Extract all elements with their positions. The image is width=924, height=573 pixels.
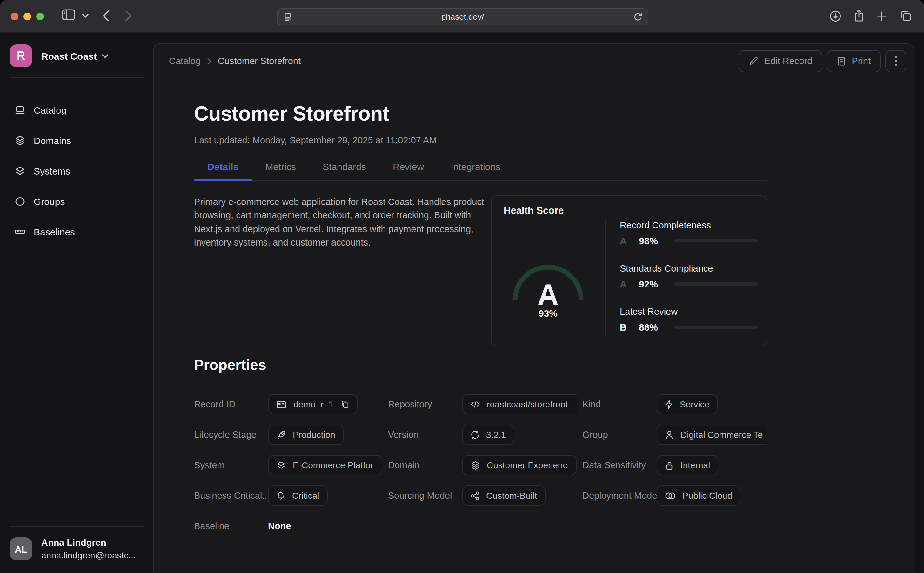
property-repository: Repository roastcoast/storefront-we [388,389,582,420]
repository-chip[interactable]: roastcoast/storefront-we [462,394,576,414]
sidebar-divider [9,77,144,78]
ruler-icon [15,227,25,237]
last-updated: Last updated: Monday, September 29, 2025… [194,135,767,145]
layers-2-icon [15,166,25,176]
document-icon [837,56,846,66]
person-icon [665,430,673,440]
layers-3-icon [470,460,480,470]
zap-icon [665,399,673,409]
metric-percent: 88% [639,321,658,332]
share-nodes-icon [470,491,479,500]
circle-icon [15,196,25,206]
lock-open-icon [665,460,673,470]
health-gauge: A 93% [505,262,591,318]
back-button-icon[interactable] [102,10,109,22]
breadcrumb: Catalog Customer Storefront [169,56,301,66]
group-chip[interactable]: Digital Commerce Team [656,424,767,445]
tab-details[interactable]: Details [194,161,252,180]
health-score-title: Health Score [504,205,564,216]
data-sensitivity-chip[interactable]: Internal [656,455,718,475]
tab-standards[interactable]: Standards [309,161,380,180]
page-title: Customer Storefront [194,102,767,125]
new-tab-icon[interactable] [877,11,886,21]
metric-grade: A [620,278,631,289]
traffic-lights [11,13,44,20]
zoom-window-button[interactable] [36,13,44,20]
criticality-chip[interactable]: Critical [268,485,328,506]
browser-toolbar: phaset.dev/ [0,0,924,33]
tab-review[interactable]: Review [380,161,437,180]
sourcing-chip[interactable]: Custom-Built [462,485,545,506]
sidebar-item-catalog[interactable]: Catalog [9,97,144,122]
page-settings-icon[interactable] [282,12,292,22]
sidebar-item-systems[interactable]: Systems [9,158,144,183]
lifecycle-chip[interactable]: Production [268,424,344,445]
domain-chip[interactable]: Customer Experience [462,455,576,475]
sidebar-chevron-down-icon[interactable] [82,13,89,19]
sidebar-toggle-icon[interactable] [61,9,75,21]
workspace-switcher[interactable]: R Roast Coast [9,44,144,67]
metric-progress-bar [673,282,757,285]
address-bar[interactable]: phaset.dev/ [277,8,648,25]
close-window-button[interactable] [11,13,19,20]
record-description: Primary e-commerce web application for R… [194,195,487,250]
sidebar: R Roast Coast Catalog [0,33,153,573]
kebab-menu-icon [894,56,897,66]
workspace-avatar: R [9,44,32,67]
bell-icon [276,491,285,500]
tab-metrics[interactable]: Metrics [252,161,309,180]
baseline-value: None [268,521,291,531]
metric-grade: A [620,235,631,246]
metric-grade: B [620,321,631,332]
property-system: System E-Commerce Platform [194,450,388,481]
tab-overview-icon[interactable] [899,10,911,22]
property-lifecycle-stage: Lifecycle Stage Production [194,420,388,450]
id-card-icon [276,399,286,409]
content-panel: Catalog Customer Storefront Edit Record [153,43,915,573]
reload-icon[interactable] [633,12,643,22]
metric-percent: 92% [639,278,658,289]
property-sourcing-model: Sourcing Model Custom-Built [388,481,582,511]
user-menu[interactable]: AL Anna Lindgren anna.lindgren@roastc... [9,526,144,573]
property-kind: Kind Service [582,389,767,420]
layers-3-icon [15,135,25,146]
forward-button-icon[interactable] [125,10,132,22]
sidebar-item-groups[interactable]: Groups [9,188,144,214]
metric-standards-compliance: Standards Compliance A 92% [620,262,757,289]
print-button[interactable]: Print [827,50,881,72]
edit-record-button[interactable]: Edit Record [739,50,823,72]
system-chip[interactable]: E-Commerce Platform [268,455,382,475]
workspace-name: Roast Coast [41,50,97,61]
code-icon [470,400,480,409]
breadcrumb-catalog[interactable]: Catalog [169,56,201,66]
downloads-icon[interactable] [829,10,841,22]
property-record-id: Record ID demo_r_1 [194,389,388,420]
user-name: Anna Lindgren [41,536,136,549]
user-email: anna.lindgren@roastc... [41,549,136,562]
browser-window: phaset.dev/ [0,0,924,573]
sidebar-item-domains[interactable]: Domains [9,128,144,153]
copy-icon[interactable] [340,400,349,409]
property-deployment-model: Deployment Model Public Cloud [582,481,767,511]
share-icon[interactable] [853,9,864,22]
more-actions-button[interactable] [885,50,906,72]
kind-chip[interactable]: Service [656,394,718,414]
sidebar-item-baselines[interactable]: Baselines [9,219,144,244]
layers-2-icon [276,461,286,470]
health-card-divider [605,220,606,336]
minimize-window-button[interactable] [24,13,31,20]
version-chip[interactable]: 3.2.1 [462,424,514,445]
url-text[interactable]: phaset.dev/ [292,12,633,22]
property-group: Group Digital Commerce Team [582,420,767,450]
pencil-icon [749,56,759,66]
record-id-chip[interactable]: demo_r_1 [268,394,358,414]
property-baseline: Baseline None [194,511,388,541]
refresh-icon [470,430,479,440]
metric-progress-bar [673,239,757,242]
property-business-criticality: Business Critical... Critical [194,481,388,511]
breadcrumb-current: Customer Storefront [218,56,301,66]
tab-integrations[interactable]: Integrations [437,161,514,180]
deployment-chip[interactable]: Public Cloud [656,485,740,506]
metric-percent: 98% [639,235,658,246]
breadcrumb-chevron-icon [207,58,212,64]
